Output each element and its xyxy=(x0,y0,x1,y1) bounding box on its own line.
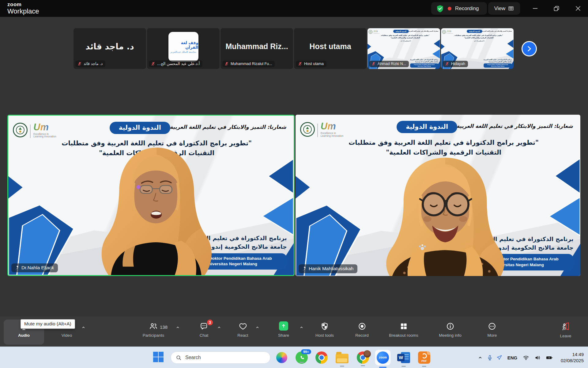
word-icon[interactable]: W xyxy=(397,351,410,364)
video-options-caret[interactable] xyxy=(81,325,86,330)
um-logo: Um Excellence in Learning Innovation xyxy=(447,30,453,34)
leave-button[interactable]: Leave xyxy=(560,322,571,338)
tray-overflow-caret[interactable] xyxy=(475,355,485,360)
muted-mic-icon xyxy=(371,62,376,66)
meeting-status-pill: Recording xyxy=(431,2,487,15)
participant-thumbnail[interactable]: Host utama Host utama xyxy=(294,28,367,69)
search-icon xyxy=(176,355,182,361)
react-options-caret[interactable] xyxy=(255,325,260,330)
participant-thumbnail[interactable]: وقف لغة القرآن بجامعة الملك عبدالعزيز أ.… xyxy=(147,28,220,69)
thumbnail-name-label: د. ماجد قائد xyxy=(84,61,103,66)
app-running-indicator xyxy=(361,365,365,366)
participants-icon xyxy=(149,322,158,331)
video-tile-active-speaker[interactable]: Um Excellence in Learning Innovation شعا… xyxy=(7,115,295,276)
battery-icon[interactable] xyxy=(544,354,555,361)
participant-thumbnail[interactable]: د. ماجد قائد د. ماجد قائد xyxy=(74,28,146,69)
chrome-profile-icon[interactable] xyxy=(357,351,369,364)
start-button[interactable] xyxy=(153,351,164,364)
leave-door-icon xyxy=(561,322,570,331)
zoom-workplace-logo: zoom Workplace xyxy=(7,2,39,15)
file-explorer-icon[interactable] xyxy=(336,352,349,363)
thumbnail-name-label: Muhammad Rizalul Fu... xyxy=(231,62,272,66)
windows-logo-icon xyxy=(153,351,164,362)
copilot-icon[interactable] xyxy=(276,352,287,363)
university-seal-logo xyxy=(442,30,446,34)
tile-name-label: Hanik Mahliatussikah xyxy=(299,264,357,273)
banner-badge: الندوة الدولية xyxy=(110,122,170,134)
titlebar: zoom Workplace Recording View xyxy=(0,0,588,17)
participants-count: 138 xyxy=(160,324,168,330)
more-button[interactable]: More xyxy=(488,322,497,338)
breakout-rooms-icon xyxy=(399,322,408,331)
host-tools-shield-icon xyxy=(320,322,329,331)
chat-unread-badge: 3 xyxy=(206,319,213,326)
banner-title: "تطوير برامج الدكتوراة في تعليم اللغة ال… xyxy=(449,34,508,39)
logo-divider xyxy=(447,30,447,34)
ellipsis-icon xyxy=(488,322,496,331)
tray-language[interactable]: ENG xyxy=(504,355,520,360)
app-running-indicator xyxy=(401,366,406,367)
tray-location-icon[interactable] xyxy=(495,355,504,360)
restore-button[interactable] xyxy=(549,0,564,17)
banner-motto: شعارنا: التميز والابتكار في تعليم اللغة … xyxy=(170,124,286,130)
university-seal-logo xyxy=(300,122,315,137)
whatsapp-phone-glyph xyxy=(298,354,305,361)
recording-label[interactable]: Recording xyxy=(455,6,479,12)
thumbnail-name-label: Ahmad Rizki N... xyxy=(378,62,406,66)
video-tile[interactable]: Um Excellence in Learning Innovation شعا… xyxy=(296,115,580,276)
zoom-icon-label: zoom xyxy=(377,351,389,364)
zoom-app-icon[interactable]: zoom xyxy=(375,350,390,365)
tray-date: 02/08/2025 xyxy=(561,358,584,364)
banner-badge: الندوة الدولية xyxy=(467,30,482,33)
close-icon xyxy=(575,6,581,11)
clock[interactable]: 14:49 02/08/2025 xyxy=(561,351,584,364)
banner-badge: الندوة الدولية xyxy=(393,30,409,33)
wifi-icon[interactable] xyxy=(520,355,532,361)
pin-icon xyxy=(14,265,19,270)
taskbar-search[interactable]: Search xyxy=(171,351,270,364)
chrome-icon[interactable] xyxy=(315,351,328,364)
breakout-rooms-button[interactable]: Breakout rooms xyxy=(389,322,418,338)
share-button[interactable]: Share xyxy=(278,321,289,338)
meeting-info-button[interactable]: Meeting info xyxy=(439,322,462,338)
muted-mic-icon xyxy=(151,62,155,66)
view-button[interactable]: View xyxy=(488,2,520,15)
thumbnail-name-label: Host utama xyxy=(304,62,324,66)
muted-mic-icon xyxy=(77,62,82,66)
whatsapp-unread-badge: 99+ xyxy=(301,349,311,354)
share-options-caret[interactable] xyxy=(299,325,304,330)
search-label: Search xyxy=(185,355,201,360)
participant-thumbnail[interactable]: Muhammad Riz... Muhammad Rizalul Fu... xyxy=(221,28,293,69)
banner-date: ٢ أغسطس ٢٠٢٥م xyxy=(463,40,496,42)
university-seal-logo xyxy=(13,123,28,137)
view-grid-icon xyxy=(508,6,514,11)
next-page-button[interactable] xyxy=(522,41,537,56)
whatsapp-icon[interactable]: 99+ xyxy=(296,351,308,364)
um-wordmark: Um xyxy=(321,121,336,132)
banner-motto: شعارنا: التميز والابتكار في تعليم اللغة … xyxy=(482,30,512,32)
um-wordmark: Um xyxy=(374,30,378,33)
participant-thumbnail[interactable]: Um Excellence in Learning Innovation شعا… xyxy=(441,28,514,69)
pdf-app-icon[interactable]: PDF xyxy=(418,351,430,364)
um-tagline: Excellence in Learning Innovation xyxy=(321,132,344,137)
host-tools-button[interactable]: Host tools xyxy=(315,322,334,338)
logo-divider xyxy=(30,125,31,138)
thumbnail-name-label: Hidayah xyxy=(451,62,465,66)
participant-display-name: Muhammad Riz... xyxy=(221,42,293,51)
chat-options-caret[interactable] xyxy=(217,325,221,330)
record-button[interactable]: Record xyxy=(355,322,369,338)
workplace-logo-text: Workplace xyxy=(7,8,39,15)
mute-audio-tooltip: Mute my audio (Alt+A) xyxy=(21,319,75,329)
security-shield-icon[interactable] xyxy=(436,5,444,13)
record-icon xyxy=(358,322,366,331)
minimize-button[interactable] xyxy=(528,0,542,17)
university-seal-logo xyxy=(369,30,372,34)
um-wordmark: Um xyxy=(447,30,451,33)
participants-options-caret[interactable] xyxy=(175,325,180,330)
app-running-indicator xyxy=(340,366,344,366)
close-button[interactable] xyxy=(571,0,585,17)
participant-thumbnail[interactable]: Um Excellence in Learning Innovation شعا… xyxy=(368,28,440,69)
volume-icon[interactable] xyxy=(532,355,544,361)
react-button[interactable]: React xyxy=(237,322,248,338)
tray-mic-icon[interactable] xyxy=(485,355,495,361)
